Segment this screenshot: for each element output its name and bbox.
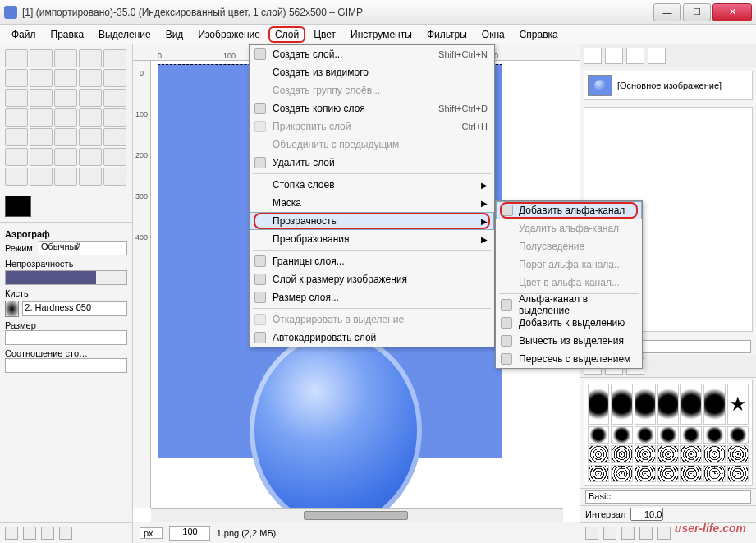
brush-preset[interactable]	[635, 384, 656, 425]
tool-button[interactable]	[103, 128, 126, 146]
tool-button[interactable]	[5, 49, 28, 67]
brush-preset[interactable]	[611, 445, 632, 463]
brush-preset[interactable]	[588, 426, 609, 444]
menu-item[interactable]: Пересечь с выделением	[496, 350, 642, 368]
brush-preset[interactable]	[657, 426, 679, 444]
size-field[interactable]	[5, 330, 127, 345]
menu-item[interactable]: Слой к размеру изображения	[250, 270, 494, 288]
tab-paths-icon[interactable]	[626, 48, 644, 64]
tool-button[interactable]	[30, 128, 53, 146]
brush-preset[interactable]	[680, 445, 702, 463]
brush-preset[interactable]	[680, 384, 702, 425]
tool-button[interactable]	[103, 69, 126, 87]
tool-button[interactable]	[30, 168, 53, 186]
tool-button[interactable]	[30, 49, 53, 67]
tool-button[interactable]	[79, 69, 102, 87]
brush-preset[interactable]	[680, 426, 702, 444]
footer-icon[interactable]	[603, 527, 616, 540]
tab-layers-icon[interactable]	[584, 48, 602, 64]
tool-button[interactable]	[79, 49, 102, 67]
brush-preset[interactable]	[611, 465, 632, 483]
tool-button[interactable]	[5, 108, 28, 127]
tool-button[interactable]	[54, 89, 77, 107]
interval-value[interactable]	[630, 508, 663, 521]
menu-item[interactable]: Удалить слой	[250, 154, 494, 172]
tool-button[interactable]	[54, 49, 77, 67]
tool-button[interactable]	[5, 89, 28, 107]
tool-button[interactable]	[103, 108, 126, 127]
color-swatches[interactable]	[0, 191, 132, 222]
tab-history-icon[interactable]	[648, 48, 666, 64]
tool-button[interactable]	[103, 168, 126, 186]
unit-select[interactable]: px	[140, 527, 163, 539]
brush-preset[interactable]	[588, 445, 609, 463]
close-button[interactable]: ✕	[712, 3, 752, 21]
menu-item[interactable]: Вычесть из выделения	[496, 332, 642, 350]
menu-item[interactable]: Прозрачность▶	[250, 212, 494, 230]
menu-item[interactable]: Стопка слоев▶	[250, 176, 494, 194]
tool-button[interactable]	[54, 69, 77, 87]
ratio-field[interactable]	[5, 358, 127, 373]
tool-button[interactable]	[5, 128, 28, 146]
brush-preset[interactable]: ★	[727, 384, 749, 425]
menu-item[interactable]: Преобразования▶	[250, 230, 494, 248]
brush-preset[interactable]	[727, 426, 749, 444]
menu-item[interactable]: Создать из видимого	[250, 63, 494, 81]
menu-item[interactable]: Альфа-канал в выделение	[496, 296, 642, 314]
tool-button[interactable]	[103, 89, 126, 107]
menu-цвет[interactable]: Цвет	[307, 26, 342, 43]
brush-preset[interactable]	[611, 384, 632, 425]
brush-preset[interactable]	[703, 445, 725, 463]
menu-item[interactable]: Границы слоя...	[250, 252, 494, 270]
brush-preset[interactable]	[588, 384, 609, 425]
layer-row[interactable]: [Основное изображение]	[584, 71, 753, 100]
brush-preset[interactable]	[657, 445, 679, 463]
menu-изображение[interactable]: Изображение	[191, 26, 267, 43]
brush-name[interactable]: 2. Hardness 050	[22, 301, 127, 316]
brush-preset[interactable]	[680, 465, 702, 483]
menu-файл[interactable]: Файл	[5, 26, 43, 43]
footer-icon[interactable]	[639, 527, 653, 540]
tool-button[interactable]	[103, 49, 126, 67]
tool-button[interactable]	[5, 168, 28, 186]
menu-item[interactable]: Создать слой...Shift+Ctrl+N	[250, 45, 494, 63]
menu-item[interactable]: Добавить альфа-канал	[496, 201, 642, 219]
footer-icon[interactable]	[657, 527, 671, 540]
menu-выделение[interactable]: Выделение	[92, 26, 158, 43]
menu-правка[interactable]: Правка	[44, 26, 91, 43]
menu-вид[interactable]: Вид	[159, 26, 190, 43]
brush-preset[interactable]	[588, 465, 609, 483]
tool-button[interactable]	[54, 168, 77, 186]
preset-label[interactable]: Basic.	[585, 490, 751, 504]
menu-слой[interactable]: Слой	[268, 26, 305, 43]
brush-preset[interactable]	[611, 426, 632, 444]
tab-channels-icon[interactable]	[605, 48, 623, 64]
brush-preset[interactable]	[703, 426, 725, 444]
brush-preset[interactable]	[635, 426, 656, 444]
minimize-button[interactable]: —	[653, 3, 681, 21]
brush-preset[interactable]	[727, 465, 749, 483]
opacity-slider[interactable]	[5, 270, 127, 285]
footer-icon[interactable]	[585, 527, 598, 540]
tool-button[interactable]	[79, 148, 102, 166]
tool-button[interactable]	[5, 148, 28, 166]
tool-button[interactable]	[30, 69, 53, 87]
tool-button[interactable]	[79, 168, 102, 186]
tool-button[interactable]	[5, 69, 28, 87]
tool-button[interactable]	[79, 108, 102, 127]
brush-preset[interactable]	[703, 465, 725, 483]
tool-button[interactable]	[79, 128, 102, 146]
menu-справка[interactable]: Справка	[513, 26, 565, 43]
brush-preview[interactable]	[5, 301, 19, 317]
tool-button[interactable]	[54, 148, 77, 166]
footer-icon[interactable]	[41, 527, 54, 540]
menu-инструменты[interactable]: Инструменты	[344, 26, 419, 43]
tool-button[interactable]	[54, 108, 77, 127]
menu-фильтры[interactable]: Фильтры	[420, 26, 474, 43]
footer-icon[interactable]	[621, 527, 635, 540]
tool-button[interactable]	[30, 148, 53, 166]
menu-item[interactable]: Создать копию слояShift+Ctrl+D	[250, 99, 494, 117]
tool-button[interactable]	[30, 108, 53, 127]
brush-preset[interactable]	[727, 445, 749, 463]
footer-icon[interactable]	[59, 527, 72, 540]
